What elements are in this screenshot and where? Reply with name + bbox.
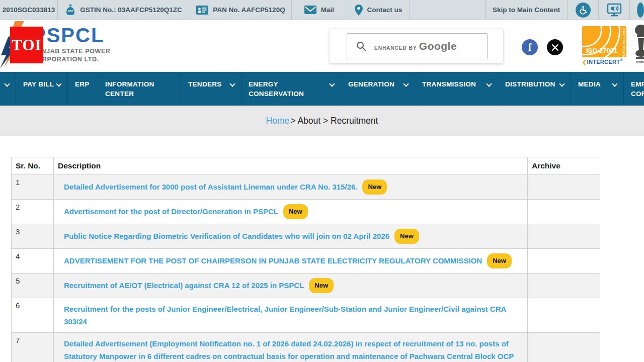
search-placeholder-google: Google	[419, 40, 457, 52]
chevron-down-icon	[403, 81, 409, 86]
nav-item-distribution[interactable]: DISTRIBUTION	[498, 72, 571, 106]
svg-text:GST: GST	[68, 10, 73, 13]
screen-reader-icon[interactable]	[607, 3, 622, 17]
accessibility-cell	[568, 0, 599, 20]
screen-reader-cell	[599, 0, 630, 20]
skip-label: Skip to Main Content	[493, 6, 560, 14]
topbar-spacer	[410, 0, 486, 20]
iso-certification-label: CERTIFICATION	[622, 28, 625, 57]
nav-item-information-center[interactable]: INFORMATION CENTER	[98, 72, 181, 106]
pspcl-logo-sub1: PUNJAB STATE POWER	[32, 47, 110, 55]
chevron-down-icon	[56, 81, 61, 86]
mail-link[interactable]: Mail	[292, 0, 347, 20]
cin-text: 2010SGC033813	[0, 0, 58, 20]
table-row: 5Recruitment of AE/OT (Electrical) again…	[12, 274, 600, 298]
gstin-item: GST GSTIN No.: 03AAFCP5120Q1ZC	[58, 0, 190, 20]
archive-cell	[528, 200, 600, 224]
nav-item-transmission[interactable]: TRANSMISSION	[415, 72, 498, 106]
nav-item-clipped[interactable]	[0, 72, 16, 106]
new-badge: New	[487, 253, 512, 268]
description-link[interactable]: Advertisement for the post of Director/G…	[64, 207, 278, 216]
archive-cell	[528, 333, 600, 362]
sr-no-cell: 2	[12, 200, 54, 224]
partial-icon	[637, 3, 644, 18]
archive-cell	[528, 274, 600, 298]
x-twitter-icon[interactable]	[547, 39, 563, 55]
skip-to-main-content-link[interactable]: Skip to Main Content	[486, 0, 568, 20]
content-area: Sr. No. Description Archive 1Detailed Ad…	[0, 136, 644, 362]
toi-watermark-text: TOI	[12, 36, 41, 54]
nav-item-label: ENERGY CONSERVATION	[249, 80, 304, 98]
nav-item-employee-corner[interactable]: EMPLOYEE CORNER	[624, 72, 644, 106]
sr-no-cell: 3	[12, 224, 54, 249]
chevron-down-icon	[4, 81, 10, 86]
search-panel: ENHANCED BY Google	[330, 29, 503, 63]
breadcrumb-home-link[interactable]: Home	[266, 116, 290, 126]
pspcl-recruitment-page: 2010SGC033813 GST GSTIN No.: 03AAFCP5120…	[0, 0, 644, 362]
sr-no-cell: 6	[12, 298, 54, 333]
iso-27001-badge: ISO 27001 CERTIFICATION ❮INTERCERT®	[582, 26, 626, 65]
nav-item-erp[interactable]: ERP	[68, 72, 98, 106]
mail-label: Mail	[321, 6, 334, 14]
facebook-icon[interactable]: f	[522, 39, 538, 55]
chevron-down-icon	[559, 81, 565, 86]
header: PSPCL PUNJAB STATE POWER CORPORATION LTD…	[0, 20, 644, 72]
cin-label: 2010SGC033813	[3, 6, 55, 14]
description-cell: Recruitment of AE/OT (Electrical) agains…	[54, 274, 528, 298]
breadcrumb: Home > About > Recruitment	[0, 106, 644, 136]
search-input[interactable]: ENHANCED BY Google	[347, 33, 488, 59]
description-cell: Detailed Advertisement (Employment Notif…	[54, 333, 528, 362]
table-row: 6Recruitment for the posts of Junior Eng…	[12, 298, 600, 333]
contact-us-link[interactable]: Contact us	[347, 0, 410, 20]
nav-item-tenders[interactable]: TENDERS	[181, 72, 242, 106]
description-cell: Recruitment for the posts of Junior Engi…	[54, 298, 528, 333]
description-link[interactable]: Detailed Advertisement for 3000 post of …	[64, 183, 357, 191]
new-badge: New	[309, 278, 334, 293]
nav-item-energy-conservation[interactable]: ENERGY CONSERVATION	[242, 72, 341, 106]
nav-item-label: DISTRIBUTION	[505, 80, 555, 88]
nav-item-label: GENERATION	[348, 80, 394, 88]
new-badge: New	[394, 229, 419, 244]
wheelchair-accessibility-icon[interactable]	[576, 3, 591, 18]
table-row: 3Public Notice Regarding Biometric Verif…	[12, 224, 600, 249]
nav-item-label: INFORMATION CENTER	[105, 80, 154, 98]
recruitment-table-body: 1Detailed Advertisement for 3000 post of…	[12, 175, 600, 362]
toi-watermark: TOI	[10, 27, 43, 63]
chevron-down-icon	[612, 81, 617, 86]
pspcl-logo-sub2: CORPORATION LTD.	[32, 55, 110, 63]
archive-cell	[528, 175, 600, 200]
chevron-down-icon	[329, 81, 335, 86]
pan-label: PAN No. AAFCP5120Q	[213, 6, 285, 14]
pan-item: PAN No. AAFCP5120Q	[190, 0, 292, 20]
search-icon[interactable]	[356, 41, 366, 51]
table-row: 4ADVERTISEMENT FOR THE POST OF CHAIRPERS…	[12, 249, 600, 274]
chevron-down-icon	[229, 81, 235, 86]
description-link[interactable]: Recruitment for the posts of Junior Engi…	[64, 305, 506, 326]
table-row: 1Detailed Advertisement for 3000 post of…	[12, 175, 600, 200]
sr-no-cell: 5	[12, 274, 54, 298]
nav-item-pay-bill[interactable]: PAY BILL	[16, 72, 68, 106]
id-card-icon	[196, 6, 208, 15]
description-link[interactable]: Public Notice Regarding Biometric Verifi…	[64, 232, 389, 240]
description-link[interactable]: Detailed Advertisement (Employment Notif…	[64, 339, 514, 362]
pspcl-logo-title: PSPCL	[32, 23, 110, 47]
sr-no-cell: 7	[12, 333, 54, 362]
description-cell: Public Notice Regarding Biometric Verifi…	[54, 224, 528, 249]
description-link[interactable]: Recruitment of AE/OT (Electrical) agains…	[64, 281, 304, 290]
table-row: 2Advertisement for the post of Director/…	[12, 200, 600, 224]
description-link[interactable]: ADVERTISEMENT FOR THE POST OF CHAIRPERSO…	[64, 256, 482, 265]
description-cell: ADVERTISEMENT FOR THE POST OF CHAIRPERSO…	[54, 249, 528, 274]
nav-item-generation[interactable]: GENERATION	[341, 72, 415, 106]
mail-icon	[304, 6, 316, 14]
money-bag-icon: GST	[65, 5, 75, 16]
contact-us-label: Contact us	[367, 6, 403, 14]
header-description: Description	[54, 157, 528, 175]
nav-item-label: TRANSMISSION	[422, 80, 476, 88]
gstin-label: GSTIN No.: 03AAFCP5120Q1ZC	[80, 6, 182, 14]
topbar-edge-cell	[630, 0, 644, 20]
table-row: 7Detailed Advertisement (Employment Noti…	[12, 333, 600, 362]
archive-cell	[528, 298, 600, 333]
nav-item-media[interactable]: MEDIA	[571, 72, 624, 106]
nav-item-label: EMPLOYEE CORNER	[631, 80, 644, 98]
new-badge: New	[362, 179, 387, 195]
